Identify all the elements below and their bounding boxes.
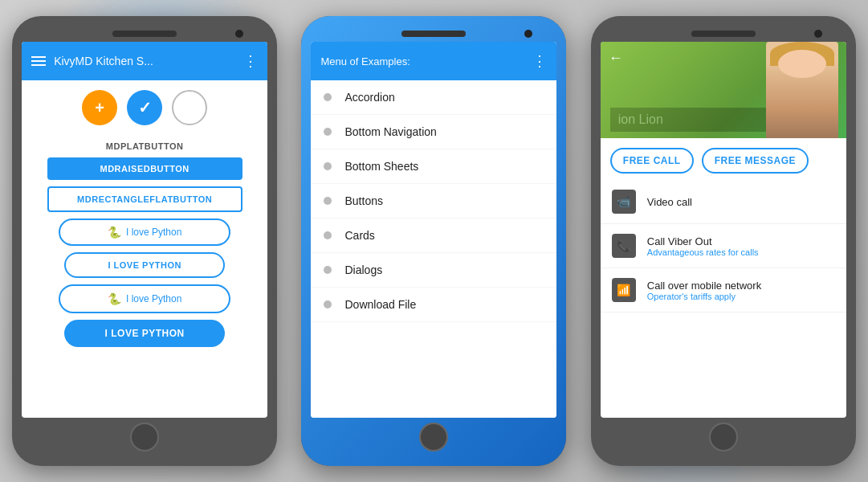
list-item[interactable]: Cards [311,219,556,253]
more-vert-icon-2[interactable]: ⋮ [532,52,547,70]
python-oval-outlined-btn[interactable]: 🐍 I love Python [59,284,231,313]
phone2-content: Accordion Bottom Navigation Bottom Sheet… [311,80,556,418]
speaker-3 [691,31,756,37]
speaker-1 [112,31,177,37]
phone1-top [22,31,267,37]
back-arrow-icon[interactable]: ← [609,50,623,67]
phone3-top [601,31,846,37]
bullet-6 [324,266,332,274]
phone1-bottom [22,423,267,451]
bullet-7 [324,300,332,308]
phone2-top [311,31,556,37]
phone3-bottom [601,423,846,451]
free-call-button[interactable]: FREE CALL [610,148,694,174]
speaker-2 [401,31,466,37]
mobile-network-item[interactable]: 📶 Call over mobile network Operator's ta… [601,268,846,312]
fab-row: + ✓ [22,80,267,135]
phone2-screen: Menu of Examples: ⋮ Accordion Bottom Nav… [311,42,556,418]
love-python-filled-btn[interactable]: I LOVE PYTHON [64,320,225,347]
home-button-2[interactable] [419,423,448,451]
call-viber-out-item[interactable]: 📞 Call Viber Out Advantageous rates for … [601,224,846,268]
python-icon: 🐍 [108,226,121,239]
bullet-5 [324,231,332,239]
menu-list: Accordion Bottom Navigation Bottom Sheet… [311,80,556,322]
outline-fab[interactable] [172,90,207,125]
more-vert-icon[interactable]: ⋮ [243,52,258,70]
app-bar-title-2: Menu of Examples: [320,55,532,67]
check-fab[interactable]: ✓ [127,90,162,125]
mdraisedbutton[interactable]: MDRAISEDBUTTON [47,157,242,180]
menu-icon[interactable] [31,56,46,66]
list-item[interactable]: Buttons [311,184,556,219]
phone3-actions: FREE CALL FREE MESSAGE [601,138,846,180]
python-oval-label: I love Python [126,293,181,304]
mobile-network-icon: 📶 [612,278,636,302]
bullet-4 [324,197,332,205]
free-message-button[interactable]: FREE MESSAGE [702,148,809,174]
python-icon-2: 🐍 [108,292,121,305]
list-item[interactable]: Bottom Sheets [311,149,556,184]
app-bar-1: KivyMD Kitchen S... ⋮ [22,42,267,80]
camera-3 [814,30,822,38]
phone-icon: 📞 [612,234,636,258]
phone2-bottom [311,423,556,451]
app-bar-2: Menu of Examples: ⋮ [311,42,556,80]
bullet-3 [324,162,332,170]
video-call-icon: 📹 [612,190,636,214]
add-fab[interactable]: + [82,90,117,125]
phone3-contact-list: 📹 Video call 📞 Call Viber Out Advantageo… [601,180,846,418]
love-python-flat-btn[interactable]: I LOVE PYTHON [64,252,225,278]
home-button-3[interactable] [709,423,738,451]
home-button-1[interactable] [130,423,159,451]
bullet-1 [324,93,332,101]
phone-1: KivyMD Kitchen S... ⋮ + ✓ MDPLATBUTTON M… [12,16,277,466]
call-viber-text: Call Viber Out Advantageous rates for ca… [647,235,759,257]
mobile-network-text: Call over mobile network Operator's tari… [647,280,761,301]
video-call-item[interactable]: 📹 Video call [601,180,846,224]
phone1-content: MDPLATBUTTON MDRAISEDBUTTON MDRECTANGLEF… [22,135,267,418]
camera-2 [524,30,532,38]
bullet-2 [324,128,332,136]
list-item[interactable]: Dialogs [311,253,556,288]
phone-2: MD Menu of Examples: ⋮ Accordion Bottom … [301,16,566,466]
phone3-header: ← ion Lion [601,42,846,138]
list-item[interactable]: Bottom Navigation [311,115,556,149]
person-photo [766,42,838,138]
phone3-screen: ← ion Lion FREE CALL FREE MESSAGE 📹 Vide… [601,42,846,418]
phone-3: ← ion Lion FREE CALL FREE MESSAGE 📹 Vide… [591,16,856,466]
phone1-screen: KivyMD Kitchen S... ⋮ + ✓ MDPLATBUTTON M… [22,42,267,418]
video-call-text: Video call [647,196,692,208]
list-item[interactable]: Accordion [311,80,556,115]
camera-1 [235,30,243,38]
app-bar-title-1: KivyMD Kitchen S... [54,55,235,67]
python-outlined-label: I love Python [126,227,181,238]
list-item[interactable]: Download File [311,288,556,322]
mdrectangleflatbutton[interactable]: MDRECTANGLEFLATBUTTON [47,186,242,212]
python-outlined-btn[interactable]: 🐍 I love Python [59,219,231,246]
header-bg: ← ion Lion [601,42,846,138]
mdplatbutton-label: MDPLATBUTTON [106,141,184,151]
